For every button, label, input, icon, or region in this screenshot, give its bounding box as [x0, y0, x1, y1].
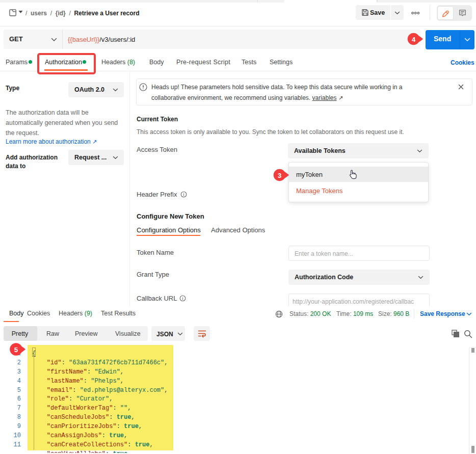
svg-text:5: 5 — [14, 346, 18, 354]
svg-text:4: 4 — [412, 36, 416, 43]
svg-text:3: 3 — [278, 172, 281, 179]
